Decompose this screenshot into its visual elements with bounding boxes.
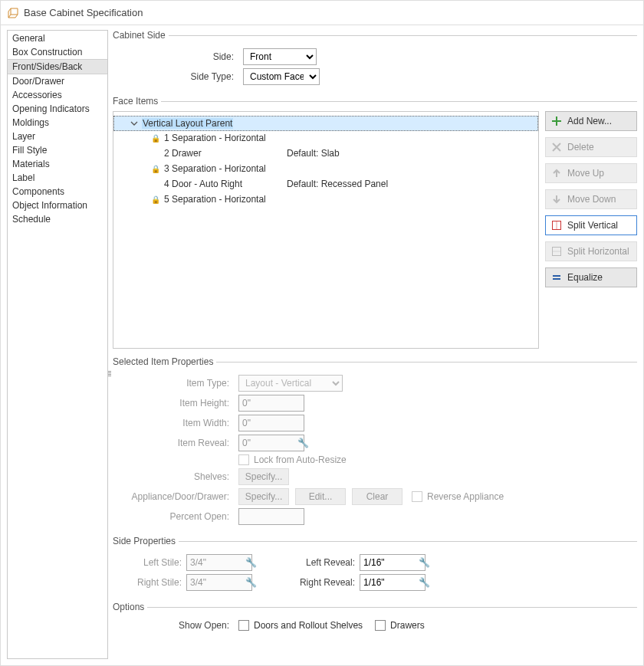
lock-icon: 🔒 <box>150 149 161 158</box>
disclosure-icon[interactable] <box>130 119 139 128</box>
tree-row[interactable]: 🔒 1 Separation - Horizontal <box>113 130 538 146</box>
drawers-checkbox[interactable] <box>375 620 386 631</box>
wrench-icon[interactable]: 🔧 <box>419 557 430 568</box>
item-width-label: Item Width: <box>113 418 238 428</box>
options-group: Options Show Open: Doors and Rollout She… <box>113 602 637 634</box>
side-select[interactable]: Front <box>243 48 317 65</box>
delete-icon <box>550 142 563 153</box>
options-legend: Options <box>113 602 147 612</box>
face-items-group: Face Items Vertical Layout Parent 🔒 1 Se… <box>113 96 637 349</box>
tree-row[interactable]: 🔒 5 Separation - Horizontal <box>113 192 538 207</box>
wrench-icon: 🔧 <box>245 577 257 588</box>
selected-item-properties-group: Selected Item Properties Item Type: Layo… <box>113 356 637 528</box>
sidebar-item-layer[interactable]: Layer <box>8 130 107 143</box>
arrow-down-icon <box>550 194 563 205</box>
sidebar-item-object-information[interactable]: Object Information <box>8 198 107 212</box>
sidebar-item-opening-indicators[interactable]: Opening Indicators <box>8 102 107 116</box>
right-stile-input <box>186 574 252 591</box>
sidebar-item-fill-style[interactable]: Fill Style <box>8 143 107 157</box>
item-height-input <box>238 395 304 412</box>
sidebar-item-accessories[interactable]: Accessories <box>8 88 107 102</box>
split-vertical-button[interactable]: Split Vertical <box>545 215 637 235</box>
item-width-input <box>238 415 304 431</box>
wrench-icon: 🔧 <box>297 438 309 448</box>
move-down-button: Move Down <box>545 189 637 209</box>
tree-row-root[interactable]: Vertical Layout Parent <box>113 116 538 131</box>
equalize-icon <box>550 272 563 283</box>
svg-rect-0 <box>553 221 561 230</box>
item-type-label: Item Type: <box>113 378 238 389</box>
sidebar-item-label[interactable]: Label <box>8 171 107 185</box>
cabinet-icon <box>7 7 19 19</box>
sidebar-item-general[interactable]: General <box>8 31 107 45</box>
item-reveal-input <box>238 435 304 451</box>
percent-open-input <box>238 508 304 525</box>
sidebar-item-front-sides-back[interactable]: Front/Sides/Back <box>8 59 107 74</box>
percent-open-label: Percent Open: <box>113 511 238 522</box>
delete-button: Delete <box>545 137 637 157</box>
doors-checkbox[interactable] <box>238 620 249 631</box>
right-stile-label: Right Stile: <box>113 577 186 588</box>
sidebar-item-moldings[interactable]: Moldings <box>8 116 107 130</box>
plus-icon <box>550 116 563 126</box>
wrench-icon: 🔧 <box>245 557 257 568</box>
tree-row[interactable]: 🔒 2 Drawer Default: Slab <box>113 146 538 161</box>
equalize-button[interactable]: Equalize <box>545 267 637 287</box>
add-new-button[interactable]: Add New... <box>545 111 637 131</box>
category-sidebar: General Box Construction Front/Sides/Bac… <box>7 30 108 659</box>
appliance-specify-button: Specify... <box>238 488 289 505</box>
show-open-label: Show Open: <box>113 620 238 631</box>
titlebar: Base Cabinet Specification <box>1 1 643 25</box>
lock-icon: 🔒 <box>150 180 161 189</box>
reverse-appliance-checkbox <box>412 491 422 502</box>
left-reveal-label: Left Reveal: <box>260 557 360 568</box>
reverse-appliance-label: Reverse Appliance <box>427 491 504 502</box>
sidebar-item-schedule[interactable]: Schedule <box>8 212 107 226</box>
cabinet-side-legend: Cabinet Side <box>113 30 169 41</box>
split-vertical-icon <box>550 220 563 231</box>
side-properties-group: Side Properties Left Stile: 🔧 Left Revea… <box>113 536 637 594</box>
sidebar-item-components[interactable]: Components <box>8 185 107 198</box>
sidebar-item-box-construction[interactable]: Box Construction <box>8 45 107 59</box>
tree-row[interactable]: 🔒 3 Separation - Horizontal <box>113 161 538 176</box>
side-type-select[interactable]: Custom Face <box>243 68 320 85</box>
side-type-label: Side Type: <box>113 71 243 82</box>
left-reveal-input[interactable] <box>360 554 426 571</box>
sidebar-item-materials[interactable]: Materials <box>8 157 107 171</box>
right-reveal-label: Right Reveal: <box>260 577 360 588</box>
shelves-specify-button: Specify... <box>238 468 289 485</box>
lock-auto-resize-label: Lock from Auto-Resize <box>254 454 347 465</box>
shelves-label: Shelves: <box>113 471 238 482</box>
split-horizontal-button: Split Horizontal <box>545 241 637 261</box>
tree-row[interactable]: 🔒 4 Door - Auto Right Default: Recessed … <box>113 176 538 192</box>
appliance-edit-button: Edit... <box>295 488 346 505</box>
face-items-legend: Face Items <box>113 96 161 107</box>
wrench-icon[interactable]: 🔧 <box>419 577 430 588</box>
splitter-handle[interactable] <box>107 369 113 378</box>
arrow-up-icon <box>550 168 563 179</box>
split-horizontal-icon <box>550 246 563 257</box>
doors-label: Doors and Rollout Shelves <box>254 620 363 631</box>
lock-auto-resize-checkbox <box>238 454 249 465</box>
right-reveal-input[interactable] <box>360 574 426 591</box>
sidebar-item-door-drawer[interactable]: Door/Drawer <box>8 74 107 88</box>
appliance-label: Appliance/Door/Drawer: <box>113 491 238 502</box>
selected-properties-legend: Selected Item Properties <box>113 356 216 367</box>
item-height-label: Item Height: <box>113 398 238 408</box>
lock-icon: 🔒 <box>150 195 161 204</box>
lock-icon: 🔒 <box>150 134 161 143</box>
item-reveal-label: Item Reveal: <box>113 438 238 448</box>
left-stile-input <box>186 554 252 571</box>
move-up-button: Move Up <box>545 163 637 183</box>
cabinet-side-group: Cabinet Side Side: Front Side Type: Cust… <box>113 30 637 88</box>
left-stile-label: Left Stile: <box>113 557 186 568</box>
side-properties-legend: Side Properties <box>113 536 179 546</box>
appliance-clear-button: Clear <box>352 488 402 505</box>
item-type-select: Layout - Vertical <box>238 375 343 392</box>
drawers-label: Drawers <box>390 620 425 631</box>
face-items-tree[interactable]: Vertical Layout Parent 🔒 1 Separation - … <box>113 111 539 349</box>
window-title: Base Cabinet Specification <box>24 7 143 18</box>
lock-icon: 🔒 <box>150 165 161 173</box>
svg-rect-2 <box>553 248 561 256</box>
side-label: Side: <box>113 51 243 62</box>
